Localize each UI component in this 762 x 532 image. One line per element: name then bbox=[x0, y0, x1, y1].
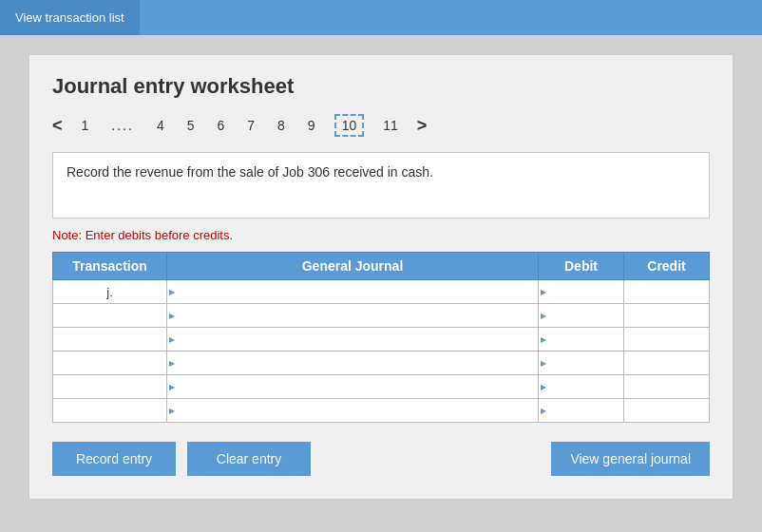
general-journal-cell-1[interactable] bbox=[167, 280, 539, 304]
debit-input-5[interactable] bbox=[544, 377, 618, 396]
col-header-debit: Debit bbox=[539, 253, 624, 280]
general-journal-input-1[interactable] bbox=[173, 282, 532, 301]
table-row bbox=[53, 399, 710, 423]
table-row bbox=[53, 375, 710, 399]
top-bar: View transaction list bbox=[0, 0, 762, 35]
credit-input-2[interactable] bbox=[630, 306, 703, 325]
debit-cell-6[interactable] bbox=[539, 399, 624, 423]
page-1[interactable]: 1 bbox=[78, 116, 93, 135]
general-journal-input-3[interactable] bbox=[173, 330, 532, 349]
debit-input-6[interactable] bbox=[544, 401, 618, 420]
table-row bbox=[53, 352, 710, 375]
transaction-cell-5 bbox=[53, 375, 167, 399]
general-journal-input-2[interactable] bbox=[173, 306, 532, 325]
credit-input-6[interactable] bbox=[630, 401, 703, 420]
credit-cell-6[interactable] bbox=[624, 399, 710, 423]
credit-cell-5[interactable] bbox=[624, 375, 710, 399]
debit-cell-3[interactable] bbox=[539, 328, 624, 352]
col-header-general-journal: General Journal bbox=[167, 253, 539, 280]
credit-cell-1[interactable] bbox=[624, 280, 710, 304]
debit-input-2[interactable] bbox=[544, 306, 618, 325]
journal-table: Transaction General Journal Debit Credit… bbox=[52, 252, 710, 423]
debit-input-4[interactable] bbox=[544, 353, 618, 372]
pagination: < 1 .... 4 5 6 7 8 9 10 11 > bbox=[52, 114, 710, 137]
transaction-cell-2 bbox=[53, 304, 167, 328]
page-9[interactable]: 9 bbox=[304, 116, 319, 135]
page-4[interactable]: 4 bbox=[153, 116, 168, 135]
transaction-label-cell: j. bbox=[53, 280, 167, 304]
debit-cell-5[interactable] bbox=[539, 375, 624, 399]
general-journal-input-6[interactable] bbox=[173, 401, 532, 420]
bottom-buttons: Record entry Clear entry View general jo… bbox=[52, 442, 710, 476]
general-journal-input-5[interactable] bbox=[173, 377, 532, 396]
page-10[interactable]: 10 bbox=[334, 114, 365, 137]
table-row bbox=[53, 328, 710, 352]
description-box: Record the revenue from the sale of Job … bbox=[52, 152, 710, 218]
credit-cell-4[interactable] bbox=[624, 352, 710, 375]
table-row: j. bbox=[53, 280, 710, 304]
credit-input-5[interactable] bbox=[630, 377, 703, 396]
credit-input-1[interactable] bbox=[630, 282, 703, 301]
general-journal-cell-4[interactable] bbox=[167, 352, 539, 375]
transaction-cell-3 bbox=[53, 328, 167, 352]
page-6[interactable]: 6 bbox=[213, 116, 228, 135]
debit-cell-4[interactable] bbox=[539, 352, 624, 375]
record-entry-button[interactable]: Record entry bbox=[52, 442, 176, 476]
credit-input-3[interactable] bbox=[630, 330, 703, 349]
credit-cell-2[interactable] bbox=[624, 304, 710, 328]
worksheet-title: Journal entry worksheet bbox=[52, 74, 710, 99]
credit-cell-3[interactable] bbox=[624, 328, 710, 352]
note-text: Note: Enter debits before credits. bbox=[52, 228, 710, 242]
general-journal-cell-5[interactable] bbox=[167, 375, 539, 399]
page-dots: .... bbox=[107, 116, 138, 135]
general-journal-cell-2[interactable] bbox=[167, 304, 539, 328]
general-journal-input-4[interactable] bbox=[173, 353, 532, 372]
general-journal-cell-3[interactable] bbox=[167, 328, 539, 352]
general-journal-cell-6[interactable] bbox=[167, 399, 539, 423]
credit-input-4[interactable] bbox=[630, 353, 703, 372]
view-transaction-button[interactable]: View transaction list bbox=[0, 0, 140, 35]
debit-cell-1[interactable] bbox=[539, 280, 624, 304]
transaction-cell-6 bbox=[53, 399, 167, 423]
next-page-button[interactable]: > bbox=[417, 116, 428, 136]
transaction-cell-4 bbox=[53, 352, 167, 375]
main-container: Journal entry worksheet < 1 .... 4 5 6 7… bbox=[29, 54, 733, 500]
page-8[interactable]: 8 bbox=[274, 116, 289, 135]
table-row bbox=[53, 304, 710, 328]
page-7[interactable]: 7 bbox=[243, 116, 258, 135]
view-general-journal-button[interactable]: View general journal bbox=[551, 442, 710, 476]
debit-input-3[interactable] bbox=[544, 330, 618, 349]
prev-page-button[interactable]: < bbox=[52, 116, 63, 136]
col-header-credit: Credit bbox=[624, 253, 710, 280]
debit-cell-2[interactable] bbox=[539, 304, 624, 328]
col-header-transaction: Transaction bbox=[53, 253, 167, 280]
clear-entry-button[interactable]: Clear entry bbox=[187, 442, 311, 476]
debit-input-1[interactable] bbox=[544, 282, 618, 301]
page-5[interactable]: 5 bbox=[183, 116, 199, 135]
page-11[interactable]: 11 bbox=[379, 116, 402, 135]
